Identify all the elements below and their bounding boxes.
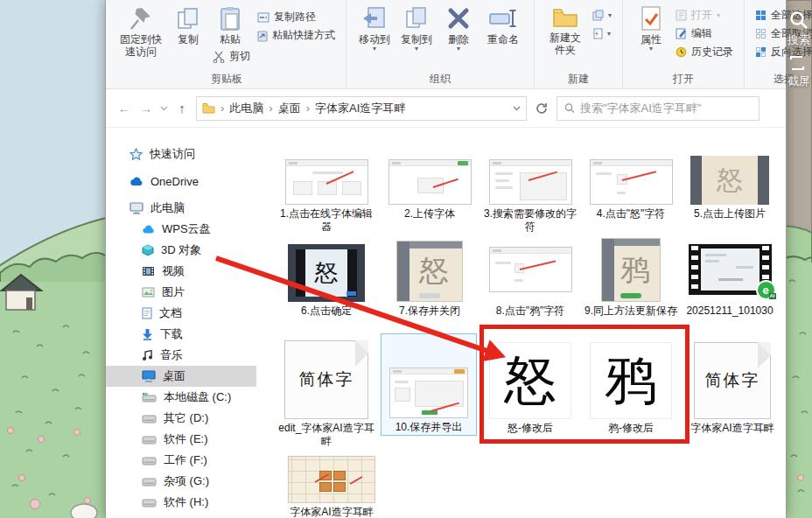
file-item[interactable]: 怒 5.点击上传图片 — [681, 154, 779, 220]
file-name: 2.上传字体 — [381, 207, 479, 220]
file-item[interactable]: 怒 7.保存并关闭 — [381, 237, 479, 318]
open-group-label: 打开 — [623, 72, 744, 87]
disk-icon — [142, 413, 157, 424]
new-folder-icon — [552, 6, 578, 29]
sidebar-item-wps-cloud[interactable]: WPS云盘 — [106, 219, 256, 240]
thumbnail-character: 怒 — [315, 257, 339, 289]
file-name: edit_字体家AI造字耳畔 — [277, 422, 375, 448]
editor-thumbnail: 鸦 — [601, 238, 661, 302]
sidebar-label: 此电脑 — [150, 200, 185, 216]
refresh-icon — [536, 102, 548, 115]
file-item[interactable]: 2.上传字体 — [381, 154, 479, 220]
file-item[interactable]: 3.搜索需要修改的字符 — [481, 154, 579, 234]
new-item-button[interactable]: ▾ — [590, 6, 614, 24]
sidebar-label: 工作 (F:) — [164, 452, 207, 468]
pin-to-quick-access-button[interactable]: 固定到快速访问 — [116, 4, 166, 60]
paste-button[interactable]: 粘贴 — [210, 4, 250, 47]
thumbnail-character: 怒 — [419, 251, 449, 291]
rename-icon — [488, 6, 518, 31]
film-icon — [142, 266, 155, 276]
file-item[interactable]: 鸦 鸦-修改后 — [582, 335, 680, 435]
file-item[interactable]: 字体家AI造字耳畔 — [283, 453, 381, 518]
crumb-separator: › — [220, 102, 224, 115]
search-input[interactable] — [580, 102, 752, 115]
paste-shortcut-button[interactable]: 粘贴快捷方式 — [255, 26, 338, 45]
properties-icon — [640, 6, 662, 31]
move-to-button[interactable]: 移动到 ▾ — [354, 4, 395, 53]
sidebar-item-disk-h[interactable]: 软件 (H:) — [106, 492, 256, 513]
sidebar-item-music[interactable]: 音乐 — [106, 345, 256, 366]
sidebar-item-local-disk-c[interactable]: 本地磁盘 (C:) — [106, 387, 256, 408]
file-item[interactable]: 4.点击"怒"字符 — [582, 154, 680, 220]
file-name: 7.保存并关闭 — [381, 304, 479, 318]
copy-button[interactable]: 复制 — [168, 4, 208, 47]
file-item[interactable]: 鸦 9.同上方法更新保存 — [582, 237, 680, 318]
sidebar-label: 快速访问 — [150, 146, 195, 162]
thumbnail-character: 简体字 — [299, 368, 354, 391]
sidebar-label: 杂项 (G:) — [164, 473, 209, 489]
disk-icon — [142, 497, 157, 508]
copy-to-icon — [403, 6, 430, 31]
file-item[interactable]: eAI 20251211_101030 — [681, 237, 779, 318]
edit-button[interactable]: 编辑 — [673, 24, 715, 43]
sidebar-item-quick-access[interactable]: 快速访问 — [106, 144, 256, 164]
sidebar-item-onedrive[interactable]: OneDrive — [106, 171, 256, 192]
sidebar-item-pictures[interactable]: 图片 — [106, 282, 256, 303]
new-item-icon — [592, 10, 604, 21]
file-item[interactable]: 1.点击在线字体编辑器 — [277, 154, 375, 234]
copy-path-label: 复制路径 — [274, 10, 316, 24]
sidebar-item-3d-objects[interactable]: 3D 对象 — [106, 240, 256, 261]
file-item[interactable]: 怒 怒-修改后 — [481, 335, 579, 435]
breadcrumb-desktop[interactable]: 桌面 — [278, 101, 301, 116]
sidebar-item-disk-d[interactable]: 其它 (D:) — [106, 408, 256, 429]
refresh-button[interactable] — [533, 102, 550, 115]
properties-label: 属性 — [640, 33, 662, 46]
open-button[interactable]: 打开 ▾ — [673, 6, 723, 24]
cut-button[interactable]: 剪切 — [210, 47, 253, 66]
copy-label: 复制 — [178, 33, 199, 46]
sidebar-item-disk-g[interactable]: 杂项 (G:) — [106, 471, 256, 492]
video-player-badge: eAI — [756, 280, 776, 300]
properties-caret: ▾ — [649, 46, 653, 52]
new-item-caret: ▾ — [608, 12, 612, 18]
sidebar-item-videos[interactable]: 视频 — [106, 261, 256, 282]
file-item[interactable]: 简体字 字体家AI造字耳畔 — [683, 335, 781, 435]
up-button[interactable]: ↑ — [174, 101, 190, 116]
screenshot-tool-icon[interactable] — [789, 55, 805, 71]
move-to-label: 移动到 — [359, 33, 390, 46]
sidebar-item-disk-e[interactable]: 软件 (E:) — [106, 429, 256, 450]
cut-icon — [213, 51, 225, 63]
file-item[interactable]: 简体字 edit_字体家AI造字耳畔 — [277, 335, 375, 448]
open-caret: ▾ — [717, 12, 720, 18]
rename-button[interactable]: 重命名 — [480, 4, 526, 47]
back-button[interactable]: ← — [116, 101, 132, 116]
copy-to-button[interactable]: 复制到 ▾ — [396, 4, 437, 53]
disk-icon — [142, 455, 157, 466]
file-name: 怒-修改后 — [481, 422, 579, 435]
file-item-selected[interactable]: 10.保存并导出 — [381, 333, 477, 436]
breadcrumb-this-pc[interactable]: 此电脑 — [229, 101, 263, 116]
ribbon: 固定到快速访问 复制 粘贴 — [106, 0, 786, 89]
file-item[interactable]: 怒 6.点击确定 — [277, 237, 375, 318]
sidebar-item-disk-f[interactable]: 工作 (F:) — [106, 450, 256, 471]
new-folder-button[interactable]: 新建文件夹 — [542, 4, 588, 58]
address-bar: ← → ↑ › 此电脑 › 桌面 › 字体家AI造字耳畔 — [106, 89, 786, 128]
forward-button[interactable]: → — [138, 101, 154, 116]
search-tool-icon[interactable] — [789, 10, 808, 30]
search-box[interactable] — [556, 96, 760, 121]
sidebar-item-this-pc[interactable]: 此电脑 — [106, 198, 256, 219]
delete-button[interactable]: 删除 ▾ — [438, 4, 479, 53]
address-dropdown-chevron[interactable] — [513, 106, 521, 111]
recent-locations-chevron[interactable] — [160, 106, 168, 111]
easy-access-button[interactable]: ▾ — [590, 24, 613, 43]
paste-icon — [220, 6, 241, 31]
copy-path-button[interactable]: 复制路径 — [255, 8, 318, 26]
sidebar-item-desktop[interactable]: 桌面 — [106, 366, 256, 387]
sidebar-item-downloads[interactable]: 下载 — [106, 324, 256, 345]
sidebar-item-documents[interactable]: 文档 — [106, 303, 256, 324]
breadcrumb-current-folder[interactable]: 字体家AI造字耳畔 — [315, 101, 405, 116]
history-button[interactable]: 历史记录 — [673, 43, 736, 61]
properties-button[interactable]: 属性 ▾ — [631, 4, 671, 53]
breadcrumb[interactable]: › 此电脑 › 桌面 › 字体家AI造字耳畔 — [196, 96, 527, 121]
file-item[interactable]: 8.点击"鸦"字符 — [481, 237, 579, 318]
